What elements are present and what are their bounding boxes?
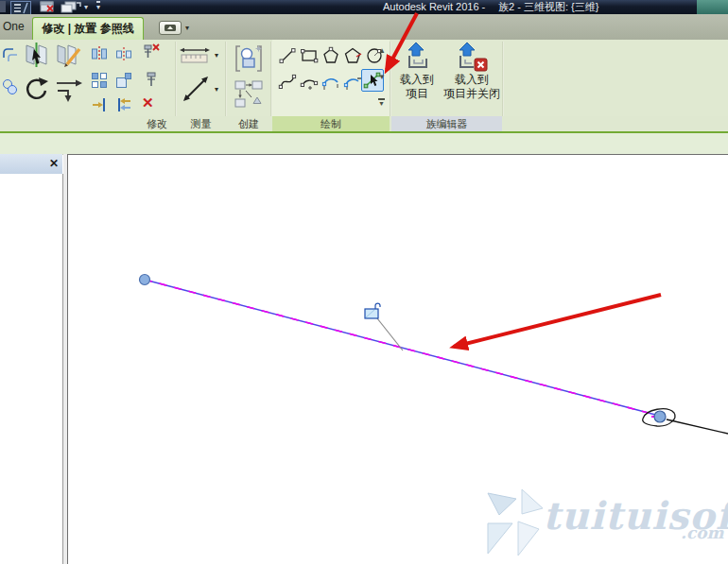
panel-measure: ▾ ▾: [177, 40, 225, 116]
thin-lines-toggle-button[interactable]: [10, 1, 31, 15]
panel-label-family-editor: 族编辑器: [391, 116, 502, 131]
watermark: tuituisoft .com: [480, 486, 726, 561]
panel-family-editor: 载入到 项目 载入到 项目并关闭: [391, 40, 502, 116]
ribbon-collapse-button[interactable]: [159, 21, 182, 35]
draw-line-icon[interactable]: [277, 45, 298, 66]
side-panel-body: [0, 174, 63, 564]
panel-label-draw: 绘制: [272, 116, 390, 131]
switch-windows-button[interactable]: [61, 1, 83, 13]
split-element-icon[interactable]: [91, 45, 108, 62]
scale-icon[interactable]: [115, 72, 132, 89]
trim-icon[interactable]: [91, 96, 108, 113]
extend-icon[interactable]: [115, 96, 132, 113]
ribbon-tab-bar: One 修改 | 放置 参照线 ▾: [0, 14, 728, 41]
draw-arc-tangent-icon[interactable]: [342, 71, 363, 92]
load-into-project-button[interactable]: 载入到 项目: [392, 40, 442, 115]
panel-label-measure: 测量: [177, 116, 225, 131]
load-close-label-line2: 项目并关闭: [442, 87, 501, 101]
panel-create: [227, 40, 270, 116]
ribbon-collapse-caret-icon[interactable]: ▾: [185, 24, 189, 33]
revit-window: ▾ ▾ Autodesk Revit 2016 - 族2 - 三维视图: {三维…: [0, 0, 728, 564]
draw-spline-icon[interactable]: [277, 71, 298, 92]
tab-partial-one[interactable]: One: [3, 14, 25, 40]
family-types-icon[interactable]: [234, 79, 264, 110]
side-panel-close-icon[interactable]: ✕: [49, 154, 59, 174]
measure-diagonal-icon[interactable]: [182, 76, 209, 102]
measure-ruler-icon[interactable]: [180, 47, 210, 64]
thin-lines-icon: [11, 2, 30, 14]
load-into-project-icon: [402, 43, 432, 73]
cope-icon[interactable]: [2, 45, 19, 62]
watermark-tld: .com: [681, 523, 724, 542]
edit-pencil-icon[interactable]: [55, 42, 83, 68]
offset-circles-icon[interactable]: [1, 77, 20, 96]
panel-label-modify: 修改: [0, 116, 175, 131]
draw-rectangle-icon[interactable]: [299, 45, 320, 66]
qat-overflow-icon[interactable]: ▾: [96, 1, 100, 12]
move-icon[interactable]: [54, 77, 84, 102]
switch-windows-icon: [61, 1, 83, 13]
panel-label-create: 创建: [227, 116, 270, 131]
load-into-project-and-close-icon: [455, 43, 489, 73]
draw-arc-center-ends-icon[interactable]: [299, 71, 320, 92]
create-group-icon[interactable]: [234, 43, 264, 74]
pin-icon[interactable]: [143, 70, 160, 89]
draw-scroll-up-icon[interactable]: ▲: [378, 47, 386, 55]
load-into-project-and-close-button[interactable]: 载入到 项目并关闭: [442, 40, 501, 115]
load-into-project-label-line2: 项目: [392, 87, 442, 101]
draw-polygon-circumscribed-icon[interactable]: [342, 45, 363, 66]
panel-modify: ✕: [0, 40, 175, 116]
side-panel-header: ✕: [0, 154, 62, 175]
measure-diagonal-caret-icon[interactable]: ▾: [215, 85, 218, 94]
watermark-logo-icon: [480, 486, 546, 561]
ribbon-body: ✕ ▾ ▾: [0, 40, 728, 116]
active-tab-label: 修改 | 放置 参照线: [42, 22, 133, 35]
load-close-label-line1: 载入到: [442, 73, 501, 87]
app-title: Autodesk Revit 2016 -: [383, 0, 485, 14]
title-bar: ▾ ▾ Autodesk Revit 2016 - 族2 - 三维视图: {三维…: [0, 0, 728, 14]
panel-draw: ▲ ▼ ▼: [272, 40, 390, 116]
switch-windows-caret-icon[interactable]: ▾: [84, 3, 88, 12]
close-hidden-windows-icon: [40, 1, 57, 13]
load-into-project-label-line1: 载入到: [392, 73, 442, 87]
options-bar: [0, 133, 728, 155]
close-hidden-windows-button[interactable]: [40, 1, 57, 13]
document-title: 族2 - 三维视图: {三维}: [498, 0, 598, 14]
delete-icon[interactable]: ✕: [142, 95, 154, 111]
tab-modify-place-reference-line[interactable]: 修改 | 放置 参照线: [32, 17, 144, 40]
titlebar-corner-fragment: [697, 0, 728, 14]
qat-partial-icon: [0, 1, 6, 12]
align-select-icon[interactable]: [23, 42, 51, 68]
draw-scroll-down-icon[interactable]: ▼: [378, 74, 386, 81]
panel-label-row: 修改 测量 创建 绘制 族编辑器: [0, 116, 728, 131]
panel-collapse-icon: [160, 22, 181, 34]
unpin-icon[interactable]: [142, 43, 161, 61]
draw-arc-fillet-icon[interactable]: [321, 71, 341, 92]
measure-dropdown-caret-icon[interactable]: ▾: [215, 51, 218, 60]
draw-polygon-inscribed-icon[interactable]: [321, 45, 341, 66]
array-icon[interactable]: [91, 72, 108, 89]
draw-expand-icon[interactable]: ▼: [378, 98, 385, 107]
rotate-icon[interactable]: [24, 76, 50, 102]
split-with-gap-icon[interactable]: [115, 45, 132, 62]
